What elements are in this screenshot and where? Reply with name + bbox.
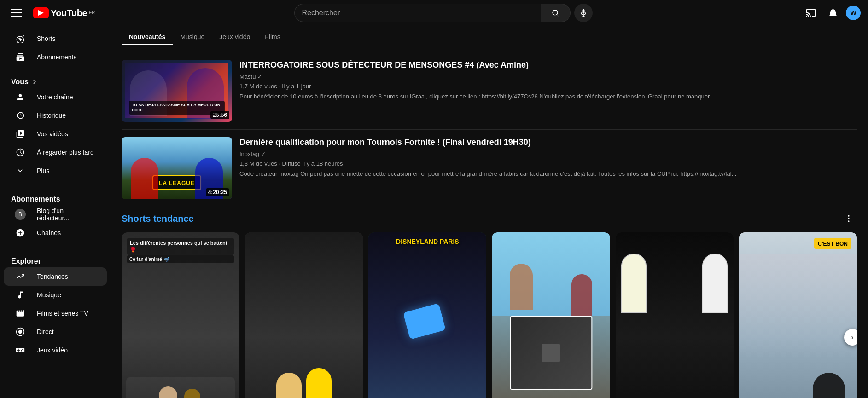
shorts-section-header: Shorts tendance	[122, 210, 857, 227]
short-6-overlay: C'EST BON	[814, 238, 851, 249]
short-item-6[interactable]: C'EST BON	[739, 232, 857, 398]
sidebar-item-tendances-label: Tendances	[37, 273, 68, 280]
video-info-1: INTERROGATOIRE SOUS DÉTECTEUR DE MENSONG…	[239, 60, 857, 122]
video-1-thumb-text: TU AS DÉJÀ FANTASMÉ SUR LA MEUF D'UN POT…	[132, 103, 222, 113]
video-item-1[interactable]: TU AS DÉJÀ FANTASMÉ SUR LA MEUF D'UN POT…	[122, 52, 857, 130]
youtube-logo-country: FR	[89, 10, 95, 15]
chevron-down-icon	[15, 165, 26, 176]
sidebar: Shorts Abonnements Vous Votre chaîne His…	[0, 26, 111, 398]
short-item-4[interactable]: - Ça, je suis fan.	[492, 232, 610, 398]
svg-rect-2	[11, 16, 22, 17]
notifications-button[interactable]	[824, 4, 842, 22]
subscriptions-icon	[15, 52, 26, 63]
short-item-3[interactable]: DISNEYLAND PARIS	[368, 232, 486, 398]
search-bar	[294, 4, 571, 22]
short-thumb-6: C'EST BON	[739, 232, 857, 398]
video-2-meta: 1,3 M de vues · Diffusé il y a 18 heures	[239, 160, 857, 167]
sidebar-you-label: Vous	[11, 78, 29, 86]
sidebar-item-blog-label: Blog d'un rédacteur...	[37, 207, 96, 222]
header-left: YouTube FR	[7, 4, 118, 22]
youtube-logo-text: YouTube	[51, 8, 87, 18]
sidebar-item-jeux-video-label: Jeux vidéo	[37, 346, 68, 354]
short-3-overlay: DISNEYLAND PARIS	[368, 238, 486, 245]
svg-rect-1	[11, 12, 22, 13]
tab-jeux-video[interactable]: Jeux vidéo	[212, 29, 257, 45]
short-item-5[interactable]: CIMETIÈRE	[616, 232, 734, 398]
sidebar-item-tendances[interactable]: Tendances	[4, 267, 107, 286]
verified-icon-2: ✓	[261, 151, 266, 157]
sidebar-item-plus-label: Plus	[37, 167, 49, 174]
svg-point-6	[848, 220, 849, 222]
explorer-section-title: Explorer	[0, 250, 111, 267]
sidebar-item-votre-chaine[interactable]: Votre chaîne	[4, 88, 107, 106]
short-thumb-5: CIMETIÈRE	[616, 232, 734, 398]
short-thumb-2	[245, 232, 363, 398]
video-item-2[interactable]: LA LEAGUE 4:20:25 Dernière qualification…	[122, 130, 857, 207]
sidebar-item-direct[interactable]: Direct	[4, 323, 107, 341]
search-input[interactable]	[294, 4, 541, 22]
sidebar-item-musique[interactable]: Musique	[4, 286, 107, 304]
short-item-2[interactable]	[245, 232, 363, 398]
tab-musique[interactable]: Musique	[173, 29, 212, 45]
shorts-icon	[15, 33, 26, 44]
header-center	[125, 4, 761, 22]
sidebar-item-vos-videos[interactable]: Vos vidéos	[4, 125, 107, 143]
header: YouTube FR W	[0, 0, 868, 26]
youtube-logo-icon	[33, 7, 49, 18]
sidebar-item-blog-redacteur[interactable]: B Blog d'un rédacteur...	[4, 205, 107, 224]
tabs-bar: Nouveautés Musique Jeux vidéo Films	[122, 26, 857, 45]
shorts-section-title: Shorts tendance	[122, 213, 194, 224]
sidebar-item-films-series[interactable]: Films et séries TV	[4, 304, 107, 323]
short-thumb-1: Les différentes personnes qui se battent…	[122, 232, 239, 398]
avatar[interactable]: W	[846, 6, 861, 20]
trending-icon	[15, 271, 26, 282]
sidebar-item-chaines[interactable]: Chaînes	[4, 224, 107, 242]
sidebar-item-shorts[interactable]: Shorts	[4, 29, 107, 48]
short-thumb-3: DISNEYLAND PARIS	[368, 232, 486, 398]
main-content: Nouveautés Musique Jeux vidéo Films TU A…	[111, 26, 868, 398]
sidebar-item-chaines-label: Chaînes	[37, 229, 61, 236]
shorts-section: Shorts tendance Les différentes personne…	[122, 210, 857, 398]
sidebar-item-historique-label: Historique	[37, 112, 66, 119]
sidebar-item-votre-chaine-label: Votre chaîne	[37, 93, 73, 101]
shorts-next-button[interactable]: ›	[844, 329, 857, 346]
short-item-1[interactable]: Les différentes personnes qui se battent…	[122, 232, 239, 398]
history-icon	[15, 110, 26, 121]
youtube-logo[interactable]: YouTube FR	[33, 7, 95, 18]
sidebar-item-watch-later-label: À regarder plus tard	[37, 149, 94, 156]
hamburger-button[interactable]	[7, 4, 26, 22]
tab-nouveautes[interactable]: Nouveautés	[122, 29, 173, 45]
mic-button[interactable]	[574, 4, 593, 22]
svg-point-4	[848, 215, 849, 217]
sidebar-item-abonnements[interactable]: Abonnements	[4, 48, 107, 66]
video-2-channel: Inoxtag ✓	[239, 150, 857, 157]
shorts-container: Les différentes personnes qui se battent…	[122, 232, 857, 398]
radio-icon	[15, 326, 26, 337]
short-thumb-4: - Ça, je suis fan.	[492, 232, 610, 398]
shorts-more-button[interactable]	[840, 210, 857, 227]
sidebar-you[interactable]: Vous	[0, 74, 111, 88]
tab-films[interactable]: Films	[257, 29, 287, 45]
video-thumbnail-1: TU AS DÉJÀ FANTASMÉ SUR LA MEUF D'UN POT…	[122, 60, 232, 122]
search-button[interactable]	[541, 4, 571, 22]
blog-avatar-icon: B	[15, 209, 26, 220]
video-info-2: Dernière qualification pour mon Tournois…	[239, 137, 857, 199]
sidebar-item-historique[interactable]: Historique	[4, 106, 107, 125]
short-1-overlay-title: Les différentes personnes qui se battent…	[127, 238, 234, 255]
video-2-description: Code créateur Inoxtag On perd pas une mi…	[239, 170, 857, 178]
sidebar-item-plus[interactable]: Plus	[4, 162, 107, 180]
film-icon	[15, 308, 26, 319]
music-icon	[15, 289, 26, 300]
cast-button[interactable]	[802, 4, 820, 22]
sidebar-item-watch-later[interactable]: À regarder plus tard	[4, 143, 107, 162]
sidebar-item-jeux-video[interactable]: Jeux vidéo	[4, 341, 107, 359]
header-right: W	[769, 4, 861, 22]
abonnements-section-title: Abonnements	[0, 188, 111, 205]
video-1-title: INTERROGATOIRE SOUS DÉTECTEUR DE MENSONG…	[239, 60, 857, 70]
game-icon	[15, 345, 26, 356]
sidebar-item-shorts-label: Shorts	[37, 35, 55, 42]
svg-rect-0	[11, 9, 22, 10]
person-icon	[15, 92, 26, 103]
video-1-channel: Mastu ✓	[239, 73, 857, 80]
add-circle-icon	[15, 227, 26, 238]
